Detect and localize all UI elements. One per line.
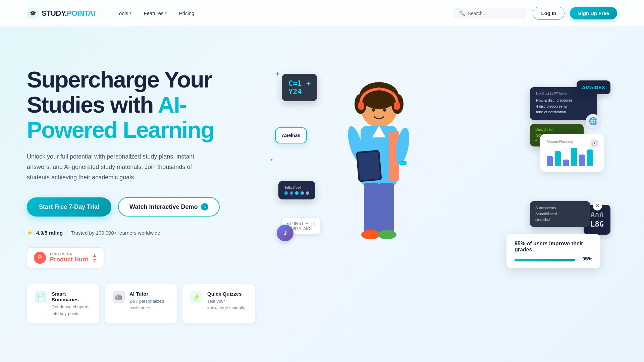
result-row: 95% [515,255,592,261]
avatar-circle: J [277,225,293,241]
bar-2 [555,151,561,166]
dot-3 [295,191,299,195]
features-label: Features [144,10,163,16]
product-hunt-label: FIND US ON [50,252,88,256]
svg-point-24 [404,162,406,164]
green-card-sub: Mocy & disc: [535,128,578,132]
svg-rect-6 [358,102,364,110]
graph-icon: 🕐 [590,139,599,148]
tutor-content: AI Tutor 24/7 personalized assistance [129,291,169,311]
bar-4 [571,148,577,166]
svg-point-19 [361,230,380,239]
svg-point-22 [399,162,401,164]
product-hunt-votes: ▲ 7 [92,252,97,263]
svg-rect-17 [364,183,379,236]
deco-star-3: ✦ [270,158,273,162]
login-label: Log In [541,10,556,16]
summaries-content: Smart Summaries Condense chapters into k… [52,291,91,317]
bar-1 [547,156,553,166]
product-hunt-name: Product Hunt [50,256,88,263]
result-title: 95% of users improve their grades [515,241,592,253]
nav-links: Tools ▾ Features ▾ Pricing [111,8,200,19]
tools-nav[interactable]: Tools ▾ [111,8,137,19]
feature-card-quizzes: ⚡ Quick Quizzes Test your knowledge inst… [182,284,255,323]
graph-bars [547,146,597,166]
pricing-nav[interactable]: Pricing [174,8,200,19]
student-svg [309,64,449,272]
logo[interactable]: 🎓 STUDY.POINTAI [27,7,95,19]
student-illustration-area [309,67,449,268]
features-nav[interactable]: Features ▾ [138,8,172,19]
close-x-button[interactable]: ✕ [593,201,602,210]
progress-bg [515,259,578,261]
tools-label: Tools [116,10,128,16]
dot-4 [301,191,304,195]
float-graph-card: MountsPlanning 🕐 [540,134,604,172]
pricing-label: Pricing [179,10,195,16]
bar-5 [579,155,585,166]
float-result-card: 95% of users improve their grades 95% [506,234,600,268]
headline-part1: Supercharge Your [27,67,212,92]
summaries-desc: Condense chapters into key points [52,304,91,317]
float-ai-bubble: ASelnas [275,127,307,143]
svg-rect-7 [394,102,400,110]
quizzes-content: Quick Quizzes Test your knowledge instan… [207,291,247,311]
rating-trust: Trusted by 100,000+ learners worldwide [71,230,160,236]
logo-text: STUDY.POINTAI [42,9,95,18]
dot-5 [306,191,309,195]
float-globe-icon: 🌐 [586,114,600,129]
hero-section: Supercharge Your Studies with AI-Powered… [0,27,644,337]
product-hunt-text: FIND US ON Product Hunt [50,252,88,263]
signup-button[interactable]: Sign Up Free [570,7,617,19]
study-card-text: Now & disc: discourse 4 disc:discourse w… [536,98,591,115]
logo-icon: 🎓 [27,7,39,19]
product-hunt-badge[interactable]: P FIND US ON Product Hunt ▲ 7 [27,247,104,268]
quizzes-title: Quick Quizzes [207,291,247,297]
svg-point-23 [401,162,403,164]
tool-label: TalkctTool [284,186,309,189]
hero-right: ✦ ✦ ✦ ✦ ✦ C=1 +Y24 Net Cost LLP/Thefee N… [268,54,617,288]
lsg-top: A∩Λ [590,210,604,219]
feature-cards: 📄 Smart Summaries Condense chapters into… [27,284,255,323]
ph-vote-count: 7 [93,258,96,263]
feature-card-summaries: 📄 Smart Summaries Condense chapters into… [27,284,99,323]
arrow-icon: → [201,203,208,210]
headline-part2: Studies with [27,92,158,117]
logo-accent: POINT [67,9,88,17]
star-icon: ★ [27,229,33,237]
summaries-icon: 📄 [35,291,47,303]
hero-left: Supercharge Your Studies with AI-Powered… [27,54,255,323]
search-input[interactable] [468,11,522,16]
hero-headline: Supercharge Your Studies with AI-Powered… [27,67,255,142]
bar-6 [587,149,593,166]
demo-button[interactable]: Watch Interactive Demo → [118,197,220,217]
bar-3 [563,160,569,166]
svg-text:🎓: 🎓 [30,10,37,17]
tutor-desc: 24/7 personalized assistance [129,298,169,311]
hero-rating: ★ 4.9/5 rating | Trusted by 100,000+ lea… [27,229,255,237]
start-trial-button[interactable]: Start Free 7-Day Trial [27,197,111,217]
search-box[interactable]: 🔍 [453,8,527,19]
ph-arrow-icon: ▲ [92,252,97,258]
svg-point-20 [378,230,396,239]
feature-card-tutor: 🤖 AI Tutor 24/7 personalized assistance [105,284,177,323]
navbar: 🎓 STUDY.POINTAI Tools ▾ Features ▾ Prici… [0,0,644,27]
tutor-icon: 🤖 [113,291,125,303]
tutor-title: AI Tutor [129,291,169,297]
deco-star-1: ✦ [275,70,280,78]
svg-point-8 [372,108,375,112]
ai-text: ASelnas [282,133,300,138]
quizzes-icon: ⚡ [191,291,203,303]
rating-divider: | [66,230,67,236]
svg-rect-16 [358,152,380,180]
signup-label: Sign Up Free [578,10,609,16]
tool-dots [284,191,309,195]
start-trial-label: Start Free 7-Day Trial [39,203,99,210]
svg-rect-18 [379,183,394,236]
hero-buttons: Start Free 7-Day Trial Watch Interactive… [27,197,255,217]
summaries-title: Smart Summaries [52,291,91,302]
progress-pct: 95% [582,256,592,261]
lsg-bottom: L8G [590,220,604,228]
login-button[interactable]: Log In [533,7,565,20]
chat-text: Subcontents Storch5libeuf storstibuf [535,205,585,223]
